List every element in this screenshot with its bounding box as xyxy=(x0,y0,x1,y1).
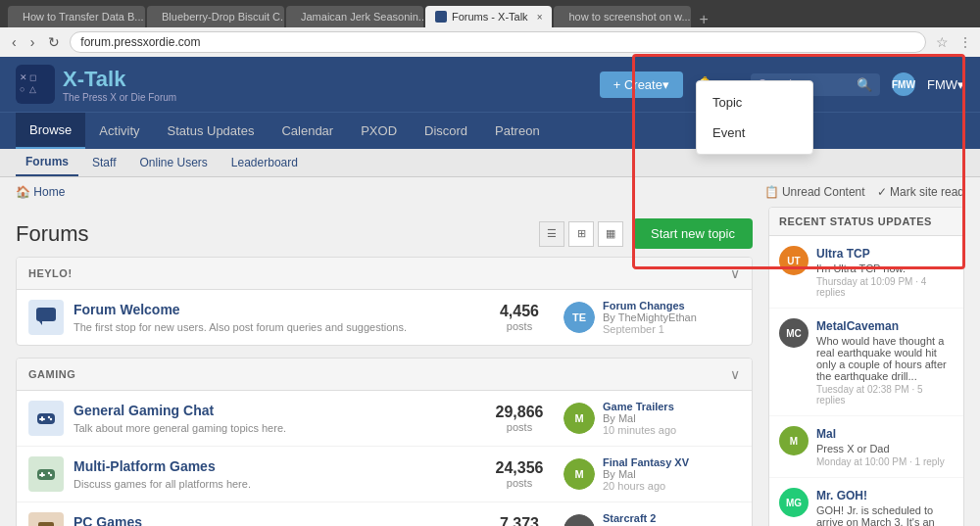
forum-icon-inner xyxy=(28,300,64,335)
status-username[interactable]: Mal xyxy=(816,427,836,441)
forum-name-link[interactable]: Forum Welcome xyxy=(74,302,475,317)
forums-header: Forums ☰ ⊞ ▦ Start new topic xyxy=(16,207,753,257)
status-item-3: M Mal Press X or Dad Monday at 10:00 PM … xyxy=(769,416,963,478)
tab-3[interactable]: Jamaican Jerk Seasonin... × xyxy=(286,6,423,27)
status-avatar: MC xyxy=(779,318,808,348)
home-icon: 🏠 xyxy=(16,185,30,199)
logo-area: ✕ ◻ ○ △ X-Talk The Press X or Die Forum xyxy=(16,65,176,104)
forward-button[interactable]: › xyxy=(26,32,39,52)
status-info: Ultra TCP I'm Ultra TCP now. Thursday at… xyxy=(816,246,954,298)
status-username[interactable]: Mr. GOH! xyxy=(816,489,867,502)
unread-content-link[interactable]: 📋 Unread Content xyxy=(764,185,865,199)
forum-icon xyxy=(28,512,64,526)
forum-last: MC Starcraft 2 By MetalCaveman September… xyxy=(564,512,740,526)
forum-posts-count: 24,356 xyxy=(485,459,554,477)
forum-last-info: Game Trailers By Mal 10 minutes ago xyxy=(603,401,676,436)
avatar-inner: MC xyxy=(564,514,595,526)
search-input[interactable] xyxy=(759,77,857,91)
avatar-inner: TE xyxy=(564,302,595,333)
address-input[interactable] xyxy=(70,31,926,53)
last-post-title[interactable]: Final Fantasy XV xyxy=(603,456,689,468)
status-info: Mr. GOH! GOH! Jr. is scheduled to arrive… xyxy=(816,488,954,526)
last-post-title[interactable]: Game Trailers xyxy=(603,401,676,412)
nav-calendar[interactable]: Calendar xyxy=(268,114,347,148)
subnav-online-users[interactable]: Online Users xyxy=(129,150,217,175)
back-button[interactable]: ‹ xyxy=(8,32,21,52)
nav-status-updates[interactable]: Status Updates xyxy=(154,114,269,148)
forum-last-post: TE Forum Changes By TheMightyEthan Septe… xyxy=(564,300,740,335)
logo-text: X-Talk The Press X or Die Forum xyxy=(63,67,176,103)
forum-icon xyxy=(28,300,64,335)
start-topic-button[interactable]: Start new topic xyxy=(633,218,753,249)
controller-icon xyxy=(34,406,58,430)
view-grid-button[interactable]: ⊞ xyxy=(568,221,594,247)
forum-name-mpg[interactable]: Multi-Platform Games xyxy=(74,458,475,474)
view-buttons: ☰ ⊞ ▦ xyxy=(539,221,623,247)
notifications-button[interactable]: 🔔 xyxy=(695,75,714,94)
nav-bar: Browse Activity Status Updates Calendar … xyxy=(0,112,980,149)
forum-name-pcg[interactable]: PC Games xyxy=(74,514,475,527)
multiplatform-icon xyxy=(34,462,58,486)
forum-posts-label: posts xyxy=(485,421,554,433)
nav-pxod[interactable]: PXOD xyxy=(347,114,411,148)
tab-4-active[interactable]: Forums - X-Talk × xyxy=(425,6,552,27)
tab-label: Blueberry-Drop Biscuit C... xyxy=(162,11,284,23)
recent-status-section: RECENT STATUS UPDATES UT Ultra TCP I'm U… xyxy=(768,207,964,526)
forum-row: Forum Welcome The first stop for new use… xyxy=(17,290,752,345)
tab-2[interactable]: Blueberry-Drop Biscuit C... × xyxy=(147,6,284,27)
subnav-staff[interactable]: Staff xyxy=(82,150,125,175)
view-compact-button[interactable]: ▦ xyxy=(598,221,623,247)
nav-browse[interactable]: Browse xyxy=(16,113,85,149)
category-gaming: GAMING ∨ G xyxy=(16,358,753,526)
last-post-by: By TheMightyEthan xyxy=(603,311,697,323)
collapse-icon[interactable]: ∨ xyxy=(730,265,740,281)
nav-activity[interactable]: Activity xyxy=(85,114,153,148)
tab-1[interactable]: How to Transfer Data B... × xyxy=(8,6,145,27)
status-username[interactable]: Ultra TCP xyxy=(816,247,870,261)
forum-info: Forum Welcome The first stop for new use… xyxy=(74,302,475,334)
svg-point-11 xyxy=(50,418,52,420)
view-list-button[interactable]: ☰ xyxy=(539,221,564,247)
status-text: Who would have thought a real earthquake… xyxy=(816,335,954,382)
forum-row-pcg: PC Games Steam, GFW, GoG, MMO's, discuss… xyxy=(17,502,752,526)
status-text: Press X or Dad xyxy=(816,443,954,454)
nav-patreon[interactable]: Patreon xyxy=(481,114,554,148)
mark-read-link[interactable]: ✓ Mark site read xyxy=(877,185,964,199)
header-controls: ☰ ⊞ ▦ Start new topic xyxy=(539,218,753,249)
tab-5[interactable]: how to screenshot on w... × xyxy=(554,6,691,27)
last-post-title[interactable]: Forum Changes xyxy=(603,300,697,311)
status-username[interactable]: MetalCaveman xyxy=(816,319,899,333)
last-post-title[interactable]: Starcraft 2 xyxy=(603,512,691,524)
forum-last: M Game Trailers By Mal 10 minutes ago xyxy=(564,401,740,436)
forum-desc: Discuss games for all platforms here. xyxy=(74,478,251,490)
unread-icon: 📋 xyxy=(764,185,779,199)
svg-rect-17 xyxy=(38,522,54,526)
close-icon[interactable]: × xyxy=(537,12,543,23)
nav-discord[interactable]: Discord xyxy=(411,114,481,148)
forum-icon-inner xyxy=(28,401,64,436)
subnav-leaderboard[interactable]: Leaderboard xyxy=(221,150,308,175)
messages-button[interactable]: ✉ xyxy=(726,75,739,94)
status-item-2: MC MetalCaveman Who would have thought a… xyxy=(769,309,963,416)
last-post-time: 20 hours ago xyxy=(603,480,689,492)
svg-rect-5 xyxy=(36,308,56,321)
forum-last-avatar: M xyxy=(564,458,595,490)
breadcrumb-home[interactable]: Home xyxy=(33,185,65,199)
status-avatar: UT xyxy=(779,246,808,275)
create-button[interactable]: + Create▾ xyxy=(600,72,683,98)
page-title: Forums xyxy=(16,221,89,247)
new-tab-button[interactable]: + xyxy=(693,12,713,27)
bookmark-icon[interactable]: ☆ xyxy=(932,34,953,50)
forum-posts-label: posts xyxy=(485,320,554,332)
svg-point-15 xyxy=(48,472,50,474)
forum-bubble-icon xyxy=(34,306,58,329)
sub-nav: Forums Staff Online Users Leaderboard xyxy=(0,149,980,177)
user-menu-button[interactable]: FMW▾ xyxy=(927,77,964,92)
refresh-button[interactable]: ↻ xyxy=(44,32,64,52)
search-icon[interactable]: 🔍 xyxy=(857,77,872,92)
forum-row-ggc: General Gaming Chat Talk about more gene… xyxy=(17,391,752,447)
browser-menu-icon[interactable]: ⋮ xyxy=(958,34,972,50)
subnav-forums[interactable]: Forums xyxy=(16,149,78,176)
collapse-icon[interactable]: ∨ xyxy=(730,366,740,382)
forum-name-ggc[interactable]: General Gaming Chat xyxy=(74,403,475,418)
